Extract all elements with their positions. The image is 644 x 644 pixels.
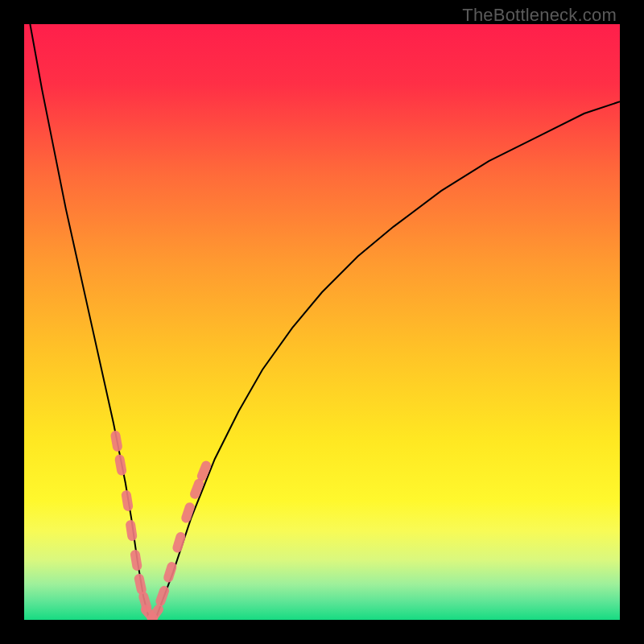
marker-capsule — [134, 573, 147, 596]
bottleneck-curve — [30, 24, 620, 620]
curve-layer — [24, 24, 620, 620]
marker-capsule — [171, 531, 187, 554]
watermark-text: TheBottleneck.com — [462, 5, 617, 26]
marker-capsule — [121, 489, 134, 512]
marker-capsule — [125, 519, 138, 541]
marker-capsule — [110, 430, 123, 452]
marker-capsule — [163, 561, 178, 584]
plot-frame — [24, 24, 620, 620]
marker-capsule — [114, 454, 127, 477]
marker-capsule — [155, 584, 171, 608]
marker-group — [110, 430, 213, 620]
marker-capsule — [130, 549, 142, 572]
